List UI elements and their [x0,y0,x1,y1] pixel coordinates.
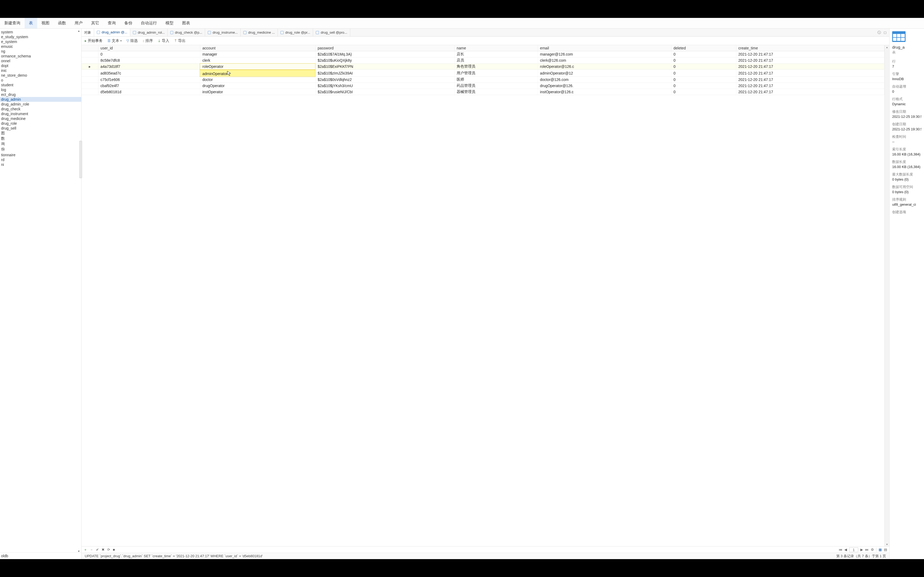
cell[interactable]: 0 [98,51,200,57]
sidebar-item[interactable]: dopt [0,63,81,68]
topnav-item[interactable]: 备份 [120,18,137,28]
sidebar-bottom-item[interactable]: oldb [0,553,81,559]
tab[interactable]: drug_admin_rol... [130,29,168,36]
grid-view-button[interactable]: ▦ [879,548,882,552]
sidebar-item[interactable]: tionnaire [0,153,81,157]
topnav-item[interactable]: 模型 [161,18,178,28]
cell[interactable]: 0 [671,77,736,83]
cell[interactable]: 0 [671,51,736,57]
sidebar-item[interactable]: ect_drug [0,92,81,97]
cell[interactable]: c75cf1e606 [98,77,200,83]
cell[interactable]: $2a$10$7Al1Mq.3A) [315,51,454,57]
cell[interactable]: 角色管理员 [454,64,538,70]
sidebar-item[interactable]: 图 [0,131,81,136]
tab[interactable]: drug_sell @pro... [313,29,350,36]
cell[interactable]: $2a$10$uKioQXjk8y [315,57,454,64]
info-icon[interactable]: ⓘ [877,30,881,35]
sidebar-item[interactable]: drug_role [0,121,81,126]
cell[interactable]: 2021-12-20 21:47:17 [736,57,884,64]
refresh-button[interactable]: ⟳ [107,548,110,552]
sort-button[interactable]: ↕ 排序 [142,39,153,43]
cell[interactable]: 2021-12-20 21:47:17 [736,51,884,57]
sidebar-scroll-down-icon[interactable]: ▾ [77,550,81,553]
topnav-item[interactable]: 查询 [103,18,120,28]
cell[interactable]: 2021-12-20 21:47:17 [736,89,884,95]
topnav-item[interactable]: 视图 [37,18,54,28]
cell[interactable]: 2021-12-20 21:47:17 [736,64,884,70]
topnav-item[interactable]: 表 [24,18,37,28]
cell[interactable]: roleOperator [200,64,315,70]
cell[interactable]: clerk@126.com [538,57,671,64]
import-button[interactable]: ⤓ 导入 [158,39,169,43]
cell[interactable]: cbaf92e4f7 [98,83,200,89]
column-header[interactable]: password [315,45,454,51]
table-row[interactable]: d5eb80181dinstOperator$2a$10$rusieNIJ/Cb… [82,89,884,95]
next-page-button[interactable]: ▶ [860,548,863,552]
tab[interactable]: drug_role @pr... [278,29,313,36]
cell[interactable]: adminOperator@12 [538,70,671,77]
table-row[interactable]: c75cf1e606doctor$2a$10$0sVdlqhnz2医师docto… [82,77,884,83]
cell[interactable]: 2021-12-20 21:47:17 [736,77,884,83]
topnav-item[interactable]: 图表 [178,18,194,28]
sidebar-item[interactable]: drug_sell [0,126,81,131]
sidebar-scroll-up-icon[interactable]: ▴ [77,29,81,33]
cell[interactable]: instOperator [200,89,315,95]
cell[interactable]: 2021-12-20 21:47:17 [736,70,884,77]
table-row[interactable]: ▸a4a73d18f7roleOperator$2a$10$ExiPKKf7PN… [82,64,884,70]
column-header[interactable]: account [200,45,315,51]
cell[interactable]: 0 [671,64,736,70]
first-page-button[interactable]: ⏮ [839,548,842,552]
topnav-item[interactable]: 新建查询 [0,18,24,28]
cell[interactable]: $2a$10$zImJZki39AI [315,70,454,77]
cell[interactable]: $2a$10$ExiPKKf7PN [315,64,454,70]
last-page-button[interactable]: ⏭ [865,548,869,552]
column-header[interactable]: user_id [98,45,200,51]
cell[interactable]: 2021-12-20 21:47:17 [736,83,884,89]
cell[interactable]: ad835ead7c [98,70,200,77]
cell[interactable]: doctor [200,77,315,83]
topnav-item[interactable]: 用户 [70,18,87,28]
prev-page-button[interactable]: ◀ [844,548,847,552]
topnav-item[interactable]: 自动运行 [137,18,161,28]
cell[interactable]: 0 [671,83,736,89]
cell[interactable]: adminOperator [200,70,315,77]
cell[interactable]: 店员 [454,57,538,64]
cell[interactable]: manager [200,51,315,57]
tab[interactable]: drug_admin @... [94,29,130,36]
topnav-item[interactable]: 其它 [87,18,103,28]
sidebar-item[interactable]: drug_medicine [0,116,81,121]
tab[interactable]: 对象 [82,29,94,36]
window-icon[interactable]: ◻ [884,31,887,34]
sidebar-item[interactable]: system [0,30,81,34]
cell[interactable]: $2a$10$0sVdlqhnz2 [315,77,454,83]
tab[interactable]: drug_check @p... [168,29,205,36]
sidebar-item[interactable]: drug_admin [0,97,81,102]
sidebar-item[interactable]: e_study_system [0,34,81,39]
add-row-button[interactable]: ＋ [84,547,87,552]
sidebar-item[interactable]: drug_admin_role [0,102,81,106]
cell[interactable]: drugOperator@126. [538,83,671,89]
sidebar-item[interactable]: drug_instrument [0,111,81,116]
cell[interactable]: manager@126.com [538,51,671,57]
sidebar-item[interactable]: onnel [0,58,81,63]
form-view-button[interactable]: ▤ [884,548,887,552]
sidebar-item[interactable]: 数 [0,136,81,141]
page-number-input[interactable]: 1 [849,547,858,552]
scroll-down-icon[interactable]: ▾ [886,543,888,546]
sidebar-item[interactable]: inic [0,68,81,73]
cell[interactable]: 器械管理员 [454,89,538,95]
sidebar-item[interactable]: drug_check [0,106,81,111]
cell[interactable]: 8c58e7dfc8 [98,57,200,64]
cell[interactable]: roleOperator@126.c [538,64,671,70]
commit-button[interactable]: ✔ [96,548,99,552]
cell[interactable]: $2a$10$rusieNIJ/CbI [315,89,454,95]
cell[interactable]: a4a73d18f7 [98,64,200,70]
begin-transaction-button[interactable]: ▸ 开始事务 [85,39,103,43]
table-row[interactable]: cbaf92e4f7drugOperator$2a$10$jYKsh3/cmU药… [82,83,884,89]
cell[interactable]: 0 [671,89,736,95]
table-row[interactable]: 0manager$2a$10$7Al1Mq.3A)店长manager@126.c… [82,51,884,57]
sidebar-item[interactable]: 份 [0,147,81,152]
topnav-item[interactable]: 函数 [54,18,70,28]
sidebar-item[interactable]: emusic [0,44,81,49]
filter-button[interactable]: ▽ 筛选 [126,39,138,43]
